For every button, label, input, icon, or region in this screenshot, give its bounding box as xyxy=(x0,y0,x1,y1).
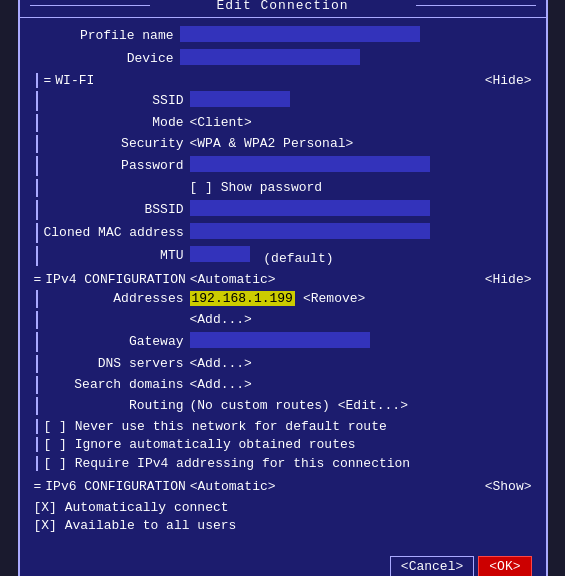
show-password-row: [ ] Show password xyxy=(36,179,532,197)
wifi-section-header: = WI-FI <Hide> xyxy=(36,73,532,88)
addresses-value[interactable]: 192.168.1.199 <Remove> xyxy=(190,291,532,306)
bssid-value[interactable] xyxy=(190,200,532,220)
mode-row: Mode <Client> xyxy=(36,114,532,132)
profile-name-label: Profile name xyxy=(34,28,174,43)
search-row: Search domains <Add...> xyxy=(36,376,532,394)
ipv6-mode[interactable]: <Automatic> xyxy=(190,479,276,494)
available-users-row: [X] Available to all users xyxy=(34,518,532,533)
remove-address-button[interactable]: <Remove> xyxy=(303,291,365,306)
mtu-input[interactable] xyxy=(190,246,250,262)
title-bar: Edit Connection xyxy=(20,0,546,18)
add-address-row: <Add...> xyxy=(36,311,532,329)
search-value[interactable]: <Add...> xyxy=(190,377,252,392)
cloned-mac-value[interactable] xyxy=(190,223,532,243)
profile-name-input[interactable] xyxy=(180,26,420,42)
mtu-default: (default) xyxy=(263,251,333,266)
never-default-checkbox[interactable]: [ ] Never use this network for default r… xyxy=(44,419,387,434)
ipv4-mode[interactable]: <Automatic> xyxy=(190,272,276,287)
ssid-value[interactable] xyxy=(190,91,532,111)
cloned-mac-input[interactable] xyxy=(190,223,430,239)
ipv6-section-label: IPv6 CONFIGURATION xyxy=(45,479,185,494)
addresses-input[interactable]: 192.168.1.199 xyxy=(190,291,295,306)
never-default-row: [ ] Never use this network for default r… xyxy=(36,419,532,434)
mode-value[interactable]: <Client> xyxy=(190,115,252,130)
edit-connection-window: Edit Connection Profile name Device = WI… xyxy=(18,0,548,576)
bssid-input[interactable] xyxy=(190,200,430,216)
device-value[interactable] xyxy=(180,49,532,69)
password-value[interactable] xyxy=(190,156,532,176)
bssid-row: BSSID xyxy=(36,200,532,220)
require-ipv4-row: [ ] Require IPv4 addressing for this con… xyxy=(36,456,532,471)
wifi-section-label: WI-FI xyxy=(55,73,94,88)
ignore-routes-row: [ ] Ignore automatically obtained routes xyxy=(36,437,532,452)
dns-row: DNS servers <Add...> xyxy=(36,355,532,373)
available-users-checkbox[interactable]: [X] Available to all users xyxy=(34,518,237,533)
security-value[interactable]: <WPA & WPA2 Personal> xyxy=(190,136,354,151)
require-ipv4-checkbox[interactable]: [ ] Require IPv4 addressing for this con… xyxy=(44,456,411,471)
password-input[interactable] xyxy=(190,156,430,172)
ssid-input[interactable] xyxy=(190,91,290,107)
gateway-label: Gateway xyxy=(44,334,184,349)
mtu-value[interactable]: (default) xyxy=(190,246,532,266)
cloned-mac-label: Cloned MAC address xyxy=(44,225,184,240)
ipv4-section-header: = IPv4 CONFIGURATION <Automatic> <Hide> xyxy=(34,272,532,287)
auto-connect-checkbox[interactable]: [X] Automatically connect xyxy=(34,500,229,515)
device-row: Device xyxy=(34,49,532,69)
addresses-row: Addresses 192.168.1.199 <Remove> xyxy=(36,290,532,308)
auto-connect-row: [X] Automatically connect xyxy=(34,500,532,515)
routing-label: Routing xyxy=(44,398,184,413)
ok-button[interactable]: <OK> xyxy=(478,556,531,577)
ipv4-section-label: IPv4 CONFIGURATION xyxy=(45,272,185,287)
password-row: Password xyxy=(36,156,532,176)
mtu-row: MTU (default) xyxy=(36,246,532,266)
routing-value[interactable]: (No custom routes) <Edit...> xyxy=(190,398,408,413)
gateway-input[interactable] xyxy=(190,332,370,348)
mtu-label: MTU xyxy=(44,248,184,263)
password-label: Password xyxy=(44,158,184,173)
device-label: Device xyxy=(34,51,174,66)
addresses-label: Addresses xyxy=(44,291,184,306)
profile-name-value[interactable] xyxy=(180,26,532,46)
show-password-checkbox[interactable]: [ ] Show password xyxy=(190,180,323,195)
ignore-routes-checkbox[interactable]: [ ] Ignore automatically obtained routes xyxy=(44,437,356,452)
search-label: Search domains xyxy=(44,377,184,392)
routing-row: Routing (No custom routes) <Edit...> xyxy=(36,397,532,415)
cloned-mac-row: Cloned MAC address xyxy=(36,223,532,243)
security-row: Security <WPA & WPA2 Personal> xyxy=(36,135,532,153)
ssid-row: SSID xyxy=(36,91,532,111)
gateway-value[interactable] xyxy=(190,332,532,352)
add-address-button[interactable]: <Add...> xyxy=(190,312,252,327)
security-label: Security xyxy=(44,136,184,151)
ipv6-section-header: = IPv6 CONFIGURATION <Automatic> <Show> xyxy=(34,479,532,494)
wifi-hide-button[interactable]: <Hide> xyxy=(485,73,532,88)
dns-value[interactable]: <Add...> xyxy=(190,356,252,371)
ssid-label: SSID xyxy=(44,93,184,108)
footer: <Cancel> <OK> xyxy=(20,550,546,577)
device-input[interactable] xyxy=(180,49,360,65)
ipv4-hide-button[interactable]: <Hide> xyxy=(485,272,532,287)
gateway-row: Gateway xyxy=(36,332,532,352)
mode-label: Mode xyxy=(44,115,184,130)
profile-name-row: Profile name xyxy=(34,26,532,46)
dns-label: DNS servers xyxy=(44,356,184,371)
window-title: Edit Connection xyxy=(216,0,348,13)
ipv6-show-button[interactable]: <Show> xyxy=(485,479,532,494)
bssid-label: BSSID xyxy=(44,202,184,217)
cancel-button[interactable]: <Cancel> xyxy=(390,556,474,577)
